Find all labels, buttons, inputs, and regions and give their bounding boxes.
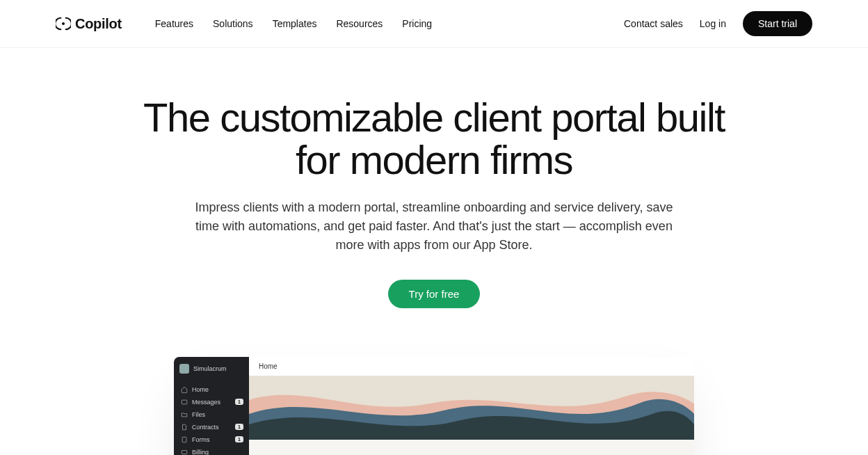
brand-icon (179, 364, 189, 374)
sidebar-item-forms[interactable]: Forms1 (179, 433, 243, 446)
nav-features[interactable]: Features (155, 18, 193, 29)
logo-text: Copilot (75, 16, 122, 32)
product-brand: Simulacrum (179, 364, 243, 374)
nav-pricing[interactable]: Pricing (402, 18, 432, 29)
svg-rect-1 (182, 400, 187, 404)
sidebar-label: Files (192, 411, 205, 418)
sidebar-item-contracts[interactable]: Contracts1 (179, 421, 243, 433)
header-right: Contact sales Log in Start trial (624, 11, 812, 36)
product-screenshot: Simulacrum Home Messages1 Files Contract… (174, 357, 694, 455)
sidebar-label: Billing (192, 449, 209, 455)
sidebar-label: Forms (192, 436, 210, 443)
product-breadcrumb: Home (249, 357, 694, 376)
content-body: Welcome, Gustavo! You have 2 actions lef… (249, 440, 694, 455)
main-nav: Features Solutions Templates Resources P… (155, 18, 432, 29)
contact-sales-link[interactable]: Contact sales (624, 18, 683, 29)
badge: 1 (235, 399, 243, 405)
product-sidebar: Simulacrum Home Messages1 Files Contract… (174, 357, 249, 455)
svg-point-0 (62, 22, 65, 25)
forms-icon (181, 436, 188, 443)
svg-rect-2 (182, 437, 186, 442)
hero-title: The customizable client portal built for… (121, 97, 747, 182)
start-trial-button[interactable]: Start trial (743, 11, 812, 36)
login-link[interactable]: Log in (700, 18, 726, 29)
sidebar-item-files[interactable]: Files (179, 408, 243, 421)
nav-resources[interactable]: Resources (336, 18, 383, 29)
badge: 1 (235, 436, 243, 442)
header-left: Copilot Features Solutions Templates Res… (56, 16, 432, 32)
billing-icon (181, 449, 188, 455)
nav-templates[interactable]: Templates (273, 18, 317, 29)
brand-name: Simulacrum (193, 365, 227, 372)
logo[interactable]: Copilot (56, 16, 122, 32)
badge: 1 (235, 424, 243, 430)
home-icon (181, 386, 188, 393)
hero-subtitle: Impress clients with a modern portal, st… (191, 198, 677, 255)
sidebar-item-messages[interactable]: Messages1 (179, 396, 243, 408)
message-icon (181, 399, 188, 406)
nav-solutions[interactable]: Solutions (213, 18, 253, 29)
svg-rect-3 (182, 450, 187, 454)
site-header: Copilot Features Solutions Templates Res… (0, 0, 868, 48)
banner-graphic (249, 376, 694, 440)
files-icon (181, 411, 188, 418)
sidebar-label: Contracts (192, 424, 219, 431)
contracts-icon (181, 424, 188, 431)
sidebar-label: Messages (192, 399, 220, 406)
try-for-free-button[interactable]: Try for free (388, 280, 481, 308)
logo-icon (56, 16, 71, 31)
sidebar-label: Home (192, 386, 209, 393)
sidebar-item-home[interactable]: Home (179, 383, 243, 396)
sidebar-item-billing[interactable]: Billing (179, 446, 243, 455)
hero-section: The customizable client portal built for… (0, 48, 868, 336)
product-content: Home Welcome, Gustavo! You have 2 action… (249, 357, 694, 455)
